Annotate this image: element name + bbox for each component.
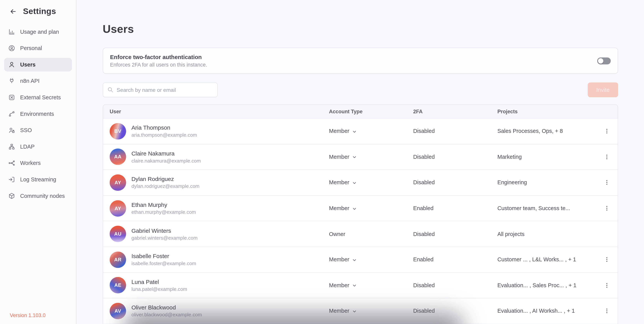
chart-column-icon [8, 28, 15, 35]
chevron-down-icon [352, 129, 357, 134]
two-factor-toggle[interactable] [597, 57, 611, 64]
user-cell: AE Luna Patel luna.patel@example.com [110, 277, 329, 294]
search-input[interactable] [103, 82, 218, 97]
avatar-initials: AV [114, 308, 121, 314]
account-type-value: Member [329, 128, 349, 134]
table-row: BV Aria Thompson aria.thompson@example.c… [103, 119, 618, 144]
back-button[interactable] [9, 7, 17, 15]
sidebar-item-n8n-api[interactable]: n8n API [4, 74, 72, 88]
account-type-select[interactable]: Member [329, 282, 413, 288]
account-type-value: Owner [329, 231, 345, 237]
user-email: dylan.rodriguez@example.com [132, 184, 200, 189]
avatar: BV [110, 123, 126, 140]
account-type-select[interactable]: Member [329, 205, 413, 211]
user-info: Oliver Blackwood oliver.blackwood@exampl… [132, 304, 202, 318]
search-icon [107, 87, 114, 93]
account-type-select: Owner [329, 231, 413, 237]
user-name: Ethan Murphy [132, 202, 196, 208]
network-icon [8, 160, 15, 167]
search-box [103, 82, 218, 97]
table-row: AY Ethan Murphy ethan.murphy@example.com… [103, 196, 618, 221]
sidebar-item-label: External Secrets [20, 94, 61, 100]
user-name: Luna Patel [132, 279, 187, 285]
account-type-select[interactable]: Member [329, 179, 413, 186]
projects-list: Customer ... , L&L Works... , + 1 [498, 257, 601, 263]
account-type-value: Member [329, 154, 349, 160]
sidebar-item-ldap[interactable]: LDAP [4, 140, 72, 154]
projects-list: Customer team, Success te... [498, 205, 601, 211]
chevron-down-icon [352, 206, 357, 211]
kebab-menu-icon[interactable] [602, 127, 611, 136]
user-email: claire.nakamura@example.com [132, 158, 201, 164]
sidebar-item-users[interactable]: Users [4, 58, 72, 71]
twofa-status: Disabled [413, 308, 498, 314]
column-header-projects: Projects [498, 108, 601, 114]
avatar: AU [110, 226, 126, 242]
sidebar-item-personal[interactable]: Personal [4, 41, 72, 55]
user-info: Aria Thompson aria.thompson@example.com [132, 124, 197, 138]
main-content: Users Enforce two-factor authentication … [77, 0, 644, 324]
user-icon [8, 61, 15, 68]
user-info: Dylan Rodriguez dylan.rodriguez@example.… [132, 176, 200, 189]
sidebar-item-environments[interactable]: Environments [4, 107, 72, 121]
avatar: AA [110, 149, 126, 165]
hierarchy-icon [8, 143, 15, 150]
package-icon [8, 193, 15, 199]
avatar: AR [110, 252, 126, 268]
arrow-left-icon [10, 8, 17, 15]
log-stream-icon [8, 176, 15, 183]
table-header: User Account Type 2FA Projects [103, 105, 618, 119]
table-row: AE Luna Patel luna.patel@example.com Mem… [103, 273, 618, 298]
kebab-menu-icon[interactable] [602, 204, 611, 213]
twofa-status: Disabled [413, 154, 498, 160]
account-type-value: Member [329, 179, 349, 186]
sidebar-item-workers[interactable]: Workers [4, 156, 72, 170]
chevron-down-icon [352, 283, 357, 288]
version-label[interactable]: Version 1.103.0 [10, 313, 46, 319]
user-info: Luna Patel luna.patel@example.com [132, 279, 187, 292]
sidebar-item-log-streaming[interactable]: Log Streaming [4, 173, 72, 186]
user-cell: AR Isabelle Foster isabelle.foster@examp… [110, 252, 329, 268]
user-name: Gabriel Winters [132, 227, 198, 234]
user-cell: BV Aria Thompson aria.thompson@example.c… [110, 123, 329, 140]
projects-list: Sales Processes, Ops, + 8 [498, 128, 601, 134]
sso-user-icon [8, 127, 15, 134]
avatar-initials: AY [114, 205, 121, 211]
user-name: Isabelle Foster [132, 253, 196, 259]
kebab-menu-icon[interactable] [602, 307, 611, 316]
two-factor-description: Enforces 2FA for all users on this insta… [110, 62, 207, 68]
sidebar-item-external-secrets[interactable]: External Secrets [4, 91, 72, 104]
user-cell: AV Oliver Blackwood oliver.blackwood@exa… [110, 303, 329, 319]
projects-list: Evaluation... , Sales Proc... , + 1 [498, 282, 601, 288]
sidebar-item-label: Users [20, 61, 36, 68]
table-body: BV Aria Thompson aria.thompson@example.c… [103, 119, 618, 324]
twofa-status: Disabled [413, 128, 498, 134]
sidebar-item-usage-and-plan[interactable]: Usage and plan [4, 25, 72, 39]
sidebar-item-label: Usage and plan [20, 29, 59, 35]
account-type-select[interactable]: Member [329, 257, 413, 263]
invite-button[interactable]: Invite [588, 82, 618, 97]
account-type-select[interactable]: Member [329, 128, 413, 134]
sidebar-item-label: LDAP [20, 144, 35, 150]
account-type-select[interactable]: Member [329, 154, 413, 160]
kebab-menu-icon[interactable] [602, 255, 611, 264]
kebab-menu-icon[interactable] [602, 281, 611, 290]
chevron-down-icon [352, 258, 357, 263]
user-email: oliver.blackwood@example.com [132, 312, 202, 318]
sidebar-item-community-nodes[interactable]: Community nodes [4, 189, 72, 203]
kebab-menu-icon[interactable] [602, 178, 611, 187]
avatar: AV [110, 303, 126, 319]
two-factor-card: Enforce two-factor authentication Enforc… [103, 47, 618, 74]
column-header-2fa: 2FA [413, 108, 498, 114]
account-type-select[interactable]: Member [329, 308, 413, 314]
projects-list: Engineering [498, 179, 601, 186]
user-cell: AU Gabriel Winters gabriel.winters@examp… [110, 226, 329, 242]
twofa-status: Disabled [413, 231, 498, 237]
sidebar-item-label: Community nodes [20, 193, 65, 199]
users-table: User Account Type 2FA Projects BV Aria T… [103, 104, 618, 324]
vault-icon [8, 94, 15, 101]
sidebar-item-sso[interactable]: SSO [4, 123, 72, 137]
twofa-status: Disabled [413, 179, 498, 186]
kebab-menu-icon[interactable] [602, 152, 611, 161]
user-cell: AY Ethan Murphy ethan.murphy@example.com [110, 200, 329, 217]
